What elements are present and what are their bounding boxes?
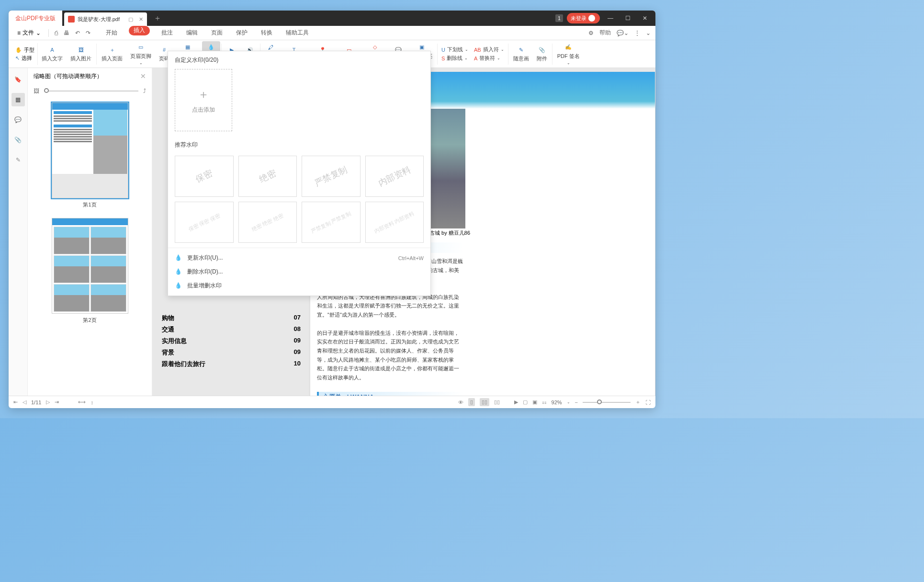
delete-watermark-action[interactable]: 💧 删除水印(D)... <box>168 265 430 279</box>
fit-width-icon[interactable]: ⟷ <box>78 399 86 405</box>
watermark-tile[interactable]: 绝密 绝密 绝密 <box>238 202 297 243</box>
watermark-tile[interactable]: 严禁复制 严禁复制 <box>302 202 361 243</box>
thumbnail-icon[interactable]: ▦ <box>11 93 25 106</box>
tab-edit[interactable]: 编辑 <box>184 26 200 40</box>
comment-panel-icon[interactable]: 💬 <box>11 113 25 126</box>
view2-icon[interactable]: ▣ <box>532 399 537 405</box>
settings-icon[interactable]: ⚙ <box>588 30 594 36</box>
prev-page-icon[interactable]: ◁ <box>23 399 26 405</box>
toc-item: 购物 <box>162 314 174 322</box>
insert-image-button[interactable]: 🖼插入图片 <box>67 44 95 64</box>
file-menu[interactable]: ≡ 文件 ⌄ <box>13 29 45 37</box>
play-icon[interactable]: ▶ <box>514 399 518 405</box>
two-page-icon[interactable]: ▯▯ <box>494 399 500 405</box>
batch-watermark-action[interactable]: 💧 批量增删水印 <box>168 279 430 293</box>
zoom-out-icon[interactable]: − <box>575 399 578 405</box>
last-page-icon[interactable]: ⇥ <box>55 399 59 405</box>
attachment-button[interactable]: 📎附件 <box>533 44 551 64</box>
tab-tools[interactable]: 辅助工具 <box>284 26 311 40</box>
select-tool[interactable]: 选择 <box>22 55 32 62</box>
tab-start[interactable]: 开始 <box>104 26 119 40</box>
watermark-tile[interactable]: 保密 保密 保密 <box>175 202 234 243</box>
attachment-panel-icon[interactable]: 📎 <box>11 133 25 147</box>
continuous-icon[interactable]: ▯▯ <box>480 398 489 406</box>
header-icon: ▭ <box>136 43 145 52</box>
page-indicator[interactable]: 1/11 <box>31 399 41 405</box>
print-icon[interactable]: 🖶 <box>62 30 71 36</box>
insert-symbol-button[interactable]: AB插入符⌄ <box>474 46 504 53</box>
thumb-export-icon[interactable]: ⤴ <box>143 88 146 94</box>
panel-close-icon[interactable]: ✕ <box>140 72 146 80</box>
highlight-icon: 🖍 <box>266 43 275 52</box>
undo-icon[interactable]: ↶ <box>73 30 82 36</box>
eye-icon[interactable]: 👁 <box>458 399 463 405</box>
maximize-button[interactable]: ☐ <box>621 11 634 25</box>
insert-text-button[interactable]: A插入文字 <box>38 44 67 64</box>
fullscreen-icon[interactable]: ⛶ <box>645 399 651 405</box>
bg-icon: ▦ <box>183 43 192 52</box>
new-tab-button[interactable]: ＋ <box>151 11 164 25</box>
toc-item: 交通 <box>162 325 174 334</box>
replace-symbol-button[interactable]: A替换符⌄ <box>474 55 504 62</box>
zoom-in-icon[interactable]: ＋ <box>635 399 641 406</box>
watermark-tile[interactable]: 内部资料 内部资料 <box>365 202 424 243</box>
tab-close-icon[interactable]: ✕ <box>139 16 143 23</box>
document-tab[interactable]: 我是驴友-大理.pdf ▢ ✕ <box>64 12 147 26</box>
single-page-icon[interactable]: ▯ <box>468 398 475 406</box>
login-button[interactable]: 未登录 <box>567 13 600 23</box>
view3-icon[interactable]: ⚏ <box>542 399 547 405</box>
watermark-tile[interactable]: 绝密 <box>238 156 297 197</box>
first-page-icon[interactable]: ⇤ <box>13 399 18 405</box>
minimize-button[interactable]: — <box>604 11 617 25</box>
close-button[interactable]: ✕ <box>638 11 652 25</box>
redo-icon[interactable]: ↷ <box>84 30 92 36</box>
pdf-icon <box>68 16 75 23</box>
thumbnail-1[interactable]: 第1页 <box>37 103 142 208</box>
next-page-icon[interactable]: ▷ <box>46 399 50 405</box>
watermark-tile[interactable]: 保密 <box>175 156 234 197</box>
page-icon: ＋ <box>108 46 116 54</box>
wanna-title: 心愿单 • I WANNA…… <box>317 392 463 396</box>
tab-insert[interactable]: 插入 <box>129 26 150 35</box>
tab-annotate[interactable]: 批注 <box>159 26 175 40</box>
thumbnail-2[interactable]: 第2页 <box>37 218 142 324</box>
tab-protect[interactable]: 保护 <box>234 26 249 40</box>
update-watermark-action[interactable]: 💧 更新水印(U)... Ctrl+Alt+W <box>168 251 430 265</box>
help-label[interactable]: 帮助 <box>599 29 611 37</box>
thumb-size-slider[interactable] <box>44 91 138 91</box>
watermark-tile[interactable]: 严禁复制 <box>302 156 361 197</box>
bookmark-icon[interactable]: 🔖 <box>11 73 25 86</box>
tab-pages[interactable]: 页面 <box>209 26 225 40</box>
custom-watermark-title: 自定义水印(0/20) <box>175 56 424 64</box>
thumb-view-icon[interactable]: 🖼 <box>34 88 39 94</box>
clip-icon: 📎 <box>538 46 546 54</box>
update-icon: 💧 <box>175 254 182 262</box>
header-footer-button[interactable]: ▭页眉页脚⌄ <box>126 41 155 67</box>
view1-icon[interactable]: ▢ <box>523 399 528 405</box>
tab-convert[interactable]: 转换 <box>259 26 274 40</box>
underline-button[interactable]: U下划线⌄ <box>441 46 468 53</box>
sign-panel-icon[interactable]: ✎ <box>11 153 25 167</box>
insert-page-button[interactable]: ＋插入页面 <box>98 44 126 64</box>
watermark-icon: 💧 <box>207 43 215 52</box>
shape-icon: ◇ <box>371 43 379 52</box>
feedback-icon[interactable]: 💬⌄ <box>617 30 629 36</box>
app-name: 金山PDF专业版 <box>9 11 62 26</box>
tab-display-icon[interactable]: ▢ <box>128 16 133 23</box>
expand-icon[interactable]: ⌄ <box>646 30 651 36</box>
zoom-slider[interactable] <box>583 402 631 403</box>
strikethrough-button[interactable]: S删除线⌄ <box>441 55 468 62</box>
freehand-button[interactable]: ✎随意画 <box>509 44 533 64</box>
save-icon[interactable]: ⎙ <box>53 30 60 36</box>
zoom-level[interactable]: 92% <box>552 399 562 405</box>
menubar: ≡ 文件 ⌄ ⎙ 🖶 ↶ ↷ 开始 插入 批注 编辑 页面 保护 转换 辅助工具… <box>9 26 655 40</box>
hand-tool[interactable]: 手型 <box>24 46 34 54</box>
add-watermark-tile[interactable]: ＋ 点击添加 <box>175 69 232 131</box>
fit-height-icon[interactable]: ↕ <box>90 399 93 405</box>
watermark-tile[interactable]: 内部资料 <box>365 156 424 197</box>
plus-icon: ＋ <box>198 87 209 102</box>
notification-badge[interactable]: 1 <box>555 14 563 22</box>
pdf-sign-button[interactable]: ✍PDF 签名⌄ <box>553 41 584 67</box>
more-icon[interactable]: ⋮ <box>634 30 640 36</box>
watermark-dropdown: 自定义水印(0/20) ＋ 点击添加 推荐水印 保密 绝密 严禁复制 内部资料 … <box>168 51 431 296</box>
